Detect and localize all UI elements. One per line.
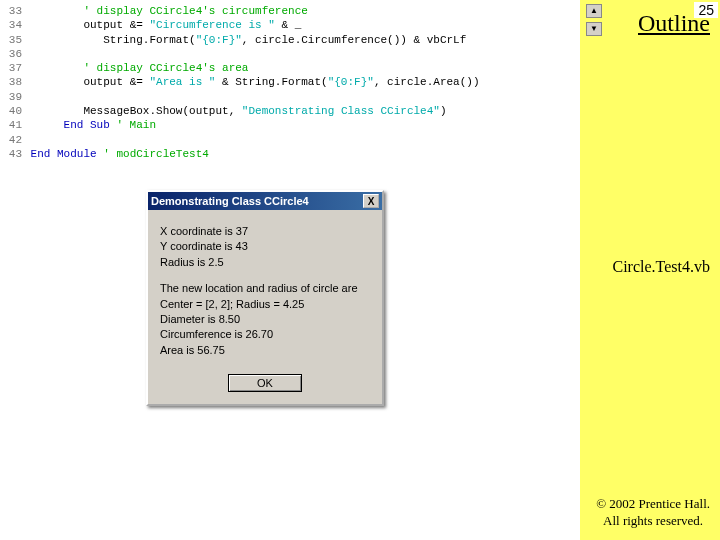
dialog-button-row: OK [148,368,382,404]
code-string: "Circumference is " [149,19,274,31]
code-text: & _ [275,19,301,31]
line-num: 38 [0,75,22,89]
dialog-body: X coordinate is 37 Y coordinate is 43 Ra… [148,210,382,368]
code-text: output &= [83,19,149,31]
code-comment: ' modCircleTest4 [103,148,209,160]
ok-button[interactable]: OK [228,374,302,392]
dialog-titlebar[interactable]: Demonstrating Class CCircle4 X [148,192,382,210]
dialog-text-2: The new location and radius of circle ar… [160,281,370,358]
code-string: "{0:F}" [196,34,242,46]
code-comment: ' display CCircle4's area [83,62,248,74]
code-comment: ' display CCircle4's circumference [83,5,307,17]
code-string: "Area is " [149,76,215,88]
line-num: 41 [0,118,22,132]
code-text: ) [440,105,447,117]
message-box: Demonstrating Class CCircle4 X X coordin… [146,190,384,406]
line-num: 39 [0,90,22,104]
code-text: output &= [83,76,149,88]
code-text: & String.Format( [215,76,327,88]
code-listing: 33 ' display CCircle4's circumference 34… [0,0,440,165]
line-num: 33 [0,4,22,18]
copyright-line1: © 2002 Prentice Hall. [596,496,710,511]
code-text: MessageBox.Show(output, [83,105,241,117]
close-button[interactable]: X [363,194,379,208]
source-filename: Circle.Test4.vb [612,258,710,276]
line-num: 40 [0,104,22,118]
page-number: 25 [694,2,718,18]
line-num: 34 [0,18,22,32]
outline-sidebar: ▲ ▼ Outline Circle.Test4.vb © 2002 Prent… [580,0,720,540]
code-text: , circle.Area()) [374,76,480,88]
line-num: 36 [0,47,22,61]
code-keyword: End Sub [64,119,117,131]
dialog-title: Demonstrating Class CCircle4 [151,195,309,207]
line-num: 43 [0,147,22,161]
code-comment: ' Main [116,119,156,131]
close-icon: X [368,196,375,207]
arrow-up-button[interactable]: ▲ [586,4,602,18]
code-text: , circle.Circumference()) & vbCrLf [242,34,466,46]
code-string: "Demonstrating Class CCircle4" [242,105,440,117]
code-string: "{0:F}" [328,76,374,88]
nav-arrows: ▲ ▼ [586,4,602,36]
dialog-text-1: X coordinate is 37 Y coordinate is 43 Ra… [160,224,370,270]
arrow-down-button[interactable]: ▼ [586,22,602,36]
line-num: 42 [0,133,22,147]
copyright-line2: All rights reserved. [603,513,703,528]
line-num: 37 [0,61,22,75]
line-num: 35 [0,33,22,47]
code-keyword: End Module [31,148,104,160]
copyright-notice: © 2002 Prentice Hall. All rights reserve… [596,496,710,530]
code-text: String.Format( [103,34,195,46]
